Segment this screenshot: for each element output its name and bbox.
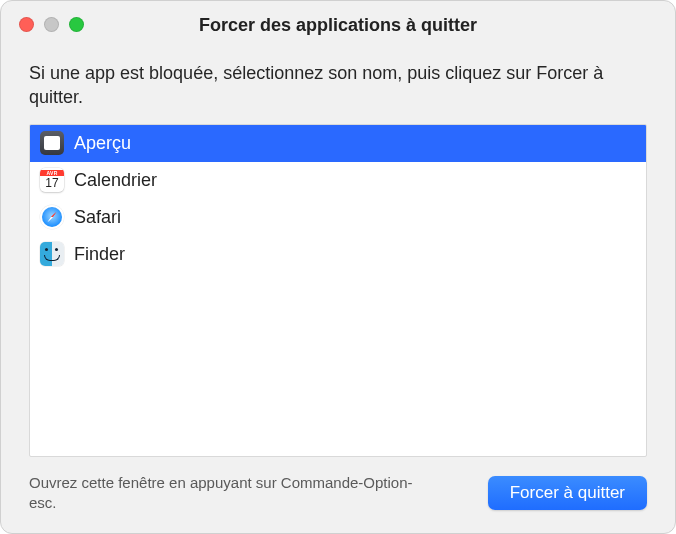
window-title: Forcer des applications à quitter (1, 15, 675, 36)
app-name-label: Finder (74, 244, 125, 265)
calendar-icon: AVR 17 (40, 168, 64, 192)
close-window-button[interactable] (19, 17, 34, 32)
app-row-calendrier[interactable]: AVR 17 Calendrier (30, 162, 646, 199)
preview-icon (40, 131, 64, 155)
finder-icon (40, 242, 64, 266)
shortcut-hint: Ouvrez cette fenêtre en appuyant sur Com… (29, 473, 429, 514)
traffic-lights (19, 17, 84, 32)
app-name-label: Safari (74, 207, 121, 228)
content-area: Si une app est bloquée, sélectionnez son… (1, 49, 675, 533)
force-quit-button[interactable]: Forcer à quitter (488, 476, 647, 510)
instructions-text: Si une app est bloquée, sélectionnez son… (29, 61, 647, 110)
app-row-apercu[interactable]: Aperçu (30, 125, 646, 162)
app-name-label: Calendrier (74, 170, 157, 191)
minimize-window-button (44, 17, 59, 32)
app-name-label: Aperçu (74, 133, 131, 154)
zoom-window-button[interactable] (69, 17, 84, 32)
footer: Ouvrez cette fenêtre en appuyant sur Com… (29, 457, 647, 514)
titlebar: Forcer des applications à quitter (1, 1, 675, 49)
safari-icon (40, 205, 64, 229)
force-quit-window: Forcer des applications à quitter Si une… (0, 0, 676, 534)
app-row-finder[interactable]: Finder (30, 236, 646, 273)
app-row-safari[interactable]: Safari (30, 199, 646, 236)
app-list[interactable]: Aperçu AVR 17 Calendrier Safari Finder (29, 124, 647, 457)
calendar-icon-day: 17 (45, 176, 58, 190)
